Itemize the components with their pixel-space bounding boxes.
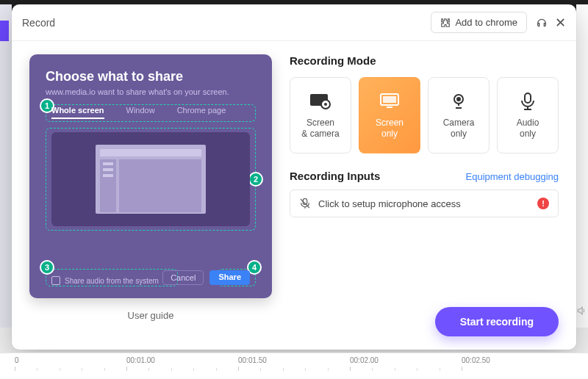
start-recording-button[interactable]: Start recording bbox=[435, 307, 559, 336]
svg-point-7 bbox=[457, 98, 460, 101]
speaker-icon bbox=[576, 306, 587, 316]
mode-screen-camera-label: Screen & camera bbox=[301, 118, 339, 140]
checkbox-icon[interactable] bbox=[51, 276, 60, 285]
mode-camera-only[interactable]: Camera only bbox=[428, 77, 490, 154]
mode-screen-only[interactable]: Screen only bbox=[359, 77, 420, 154]
user-guide-caption: User guide bbox=[29, 310, 272, 321]
background-right bbox=[576, 4, 588, 328]
svg-point-2 bbox=[324, 103, 327, 106]
guide-column: Choose what to share www.media.io want t… bbox=[29, 54, 272, 338]
inputs-header: Recording Inputs Equipment debugging bbox=[290, 170, 559, 182]
cancel-button[interactable]: Cancel bbox=[162, 270, 204, 285]
mic-icon bbox=[520, 91, 536, 112]
headset-icon[interactable] bbox=[536, 17, 548, 29]
add-to-chrome-label: Add to chrome bbox=[455, 17, 517, 28]
puzzle-icon bbox=[440, 18, 451, 28]
mode-screen-camera[interactable]: Screen & camera bbox=[290, 77, 351, 154]
tab-chrome-page[interactable]: Chrome page bbox=[177, 106, 226, 119]
svg-rect-5 bbox=[383, 96, 396, 103]
badge-3: 3 bbox=[40, 260, 54, 275]
svg-rect-4 bbox=[387, 107, 392, 108]
share-title: Choose what to share bbox=[46, 69, 256, 84]
tab-whole-screen[interactable]: Whole screen bbox=[51, 106, 104, 119]
share-panel: Choose what to share www.media.io want t… bbox=[29, 54, 272, 298]
tick-1: 00:01.00 bbox=[126, 356, 155, 364]
share-buttons: Cancel Share bbox=[162, 270, 250, 285]
recording-mode-title: Recording Mode bbox=[290, 54, 559, 67]
tick-4: 00:02.50 bbox=[462, 356, 490, 364]
settings-column: Recording Mode Screen & camera Screen on… bbox=[290, 54, 559, 338]
svg-rect-8 bbox=[525, 93, 531, 103]
screen-icon bbox=[380, 91, 399, 112]
share-audio-row[interactable]: Share audio from the system bbox=[51, 276, 159, 285]
mode-screen-only-label: Screen only bbox=[376, 118, 404, 140]
preview-window bbox=[96, 145, 206, 214]
dialog-title: Record bbox=[22, 17, 431, 29]
background-accent bbox=[0, 21, 9, 41]
mic-setup-label: Click to setup microphone access bbox=[318, 198, 461, 209]
mic-muted-icon bbox=[299, 198, 311, 209]
tick-3: 00:02.00 bbox=[350, 356, 379, 364]
screen-camera-icon bbox=[309, 91, 331, 112]
share-tabs: Whole screen Window Chrome page bbox=[51, 106, 250, 119]
share-subtitle: www.media.io want to share what's on you… bbox=[46, 87, 256, 96]
warning-icon: ! bbox=[537, 198, 549, 209]
mode-audio-only-label: Audio only bbox=[517, 118, 539, 140]
add-to-chrome-button[interactable]: Add to chrome bbox=[431, 12, 527, 33]
dialog-header: Record Add to chrome ✕ bbox=[12, 4, 576, 41]
dialog-body: Choose what to share www.media.io want t… bbox=[12, 41, 576, 350]
camera-icon bbox=[450, 91, 467, 112]
tick-0: 0 bbox=[15, 356, 19, 364]
recording-inputs-title: Recording Inputs bbox=[290, 170, 380, 182]
mode-audio-only[interactable]: Audio only bbox=[497, 77, 559, 154]
background-left bbox=[0, 4, 12, 328]
record-dialog: Record Add to chrome ✕ Choose what to sh… bbox=[12, 4, 576, 350]
close-icon[interactable]: ✕ bbox=[555, 15, 566, 31]
tab-window[interactable]: Window bbox=[126, 106, 155, 119]
equipment-debugging-link[interactable]: Equipment debugging bbox=[466, 171, 559, 182]
mic-setup-row[interactable]: Click to setup microphone access ! bbox=[290, 190, 559, 217]
tick-2: 00:01.50 bbox=[238, 356, 267, 364]
badge-2: 2 bbox=[248, 172, 263, 187]
share-audio-label: Share audio from the system bbox=[65, 277, 159, 285]
mode-row: Screen & camera Screen only Camera only bbox=[290, 77, 559, 154]
share-button[interactable]: Share bbox=[209, 270, 250, 285]
mode-camera-only-label: Camera only bbox=[443, 118, 475, 140]
timeline[interactable]: 0 00:01.00 00:01.50 00:02.00 00:02.50 bbox=[0, 353, 588, 379]
preview-box[interactable] bbox=[51, 132, 250, 226]
